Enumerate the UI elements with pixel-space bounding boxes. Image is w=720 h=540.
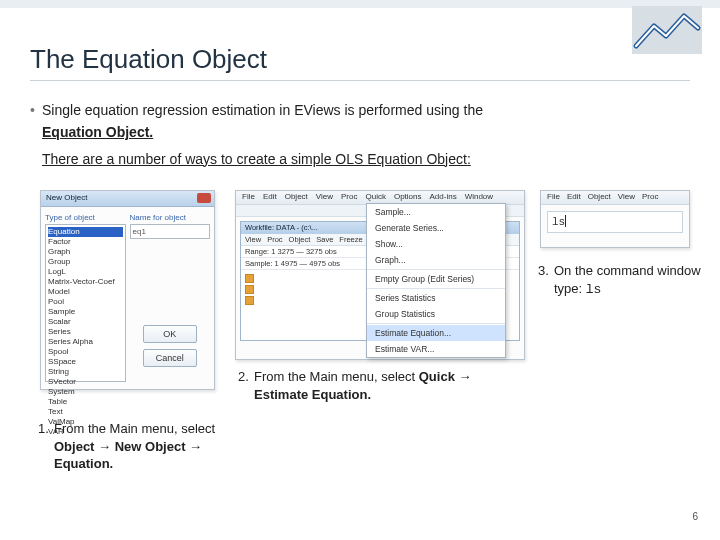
top-color-bar: [0, 0, 720, 8]
quick-menu-item[interactable]: Group Statistics: [367, 306, 505, 322]
series-icon: [245, 296, 254, 305]
series-icon: [245, 274, 254, 283]
menu-item[interactable]: Quick: [365, 192, 385, 203]
quick-dropdown-menu: Sample...Generate Series...Show...Graph.…: [366, 203, 506, 358]
quick-menu-item[interactable]: Series Statistics: [367, 290, 505, 306]
object-type-item[interactable]: Sample: [48, 307, 123, 317]
object-type-list[interactable]: EquationFactorGraphGroupLogLMatrix-Vecto…: [45, 224, 126, 382]
caption-1-number: 1.: [38, 420, 49, 438]
quick-menu-item[interactable]: Estimate VAR...: [367, 341, 505, 357]
name-input[interactable]: eq1: [130, 224, 211, 239]
menu-item[interactable]: Edit: [263, 192, 277, 203]
object-type-item[interactable]: System: [48, 387, 123, 397]
toolbar-item[interactable]: View: [245, 235, 261, 244]
caption-1: 1. From the Main menu, select Object → N…: [54, 420, 224, 473]
toolbar-item[interactable]: Save: [316, 235, 333, 244]
object-type-item[interactable]: Factor: [48, 237, 123, 247]
object-type-item[interactable]: Scalar: [48, 317, 123, 327]
object-type-item[interactable]: Model: [48, 287, 123, 297]
menu-item[interactable]: Edit: [567, 192, 581, 203]
menu-item[interactable]: Proc: [642, 192, 658, 203]
page-number: 6: [692, 511, 698, 522]
name-label: Name for object: [130, 213, 211, 222]
close-icon[interactable]: [197, 193, 211, 203]
object-type-item[interactable]: Matrix-Vector-Coef: [48, 277, 123, 287]
object-type-item[interactable]: SSpace: [48, 357, 123, 367]
type-label: Type of object: [45, 213, 126, 222]
command-text: ls: [552, 216, 565, 228]
object-type-item[interactable]: String: [48, 367, 123, 377]
caption-2-number: 2.: [238, 368, 249, 386]
menu-item[interactable]: File: [242, 192, 255, 203]
menu-separator: [367, 269, 505, 270]
object-type-item[interactable]: Series Alpha: [48, 337, 123, 347]
menu-item[interactable]: Window: [465, 192, 493, 203]
menu-item[interactable]: Object: [285, 192, 308, 203]
equation-object-term: Equation Object.: [42, 122, 153, 142]
object-type-item[interactable]: SVector: [48, 377, 123, 387]
toolbar-item[interactable]: Proc: [267, 235, 282, 244]
quick-menu-item[interactable]: Empty Group (Edit Series): [367, 271, 505, 287]
object-type-item[interactable]: Text: [48, 407, 123, 417]
text-caret: [565, 215, 566, 227]
menu-separator: [367, 288, 505, 289]
quick-menu-item[interactable]: Sample...: [367, 204, 505, 220]
menu-item[interactable]: Object: [588, 192, 611, 203]
object-type-item[interactable]: Pool: [48, 297, 123, 307]
menu-item[interactable]: Add-ins: [430, 192, 457, 203]
object-type-item[interactable]: Graph: [48, 247, 123, 257]
caption-3: 3. On the command window type: ls: [554, 262, 714, 298]
quick-menu-screenshot: FileEditObjectViewProcQuickOptionsAdd-in…: [235, 190, 525, 360]
menu-item[interactable]: Proc: [341, 192, 357, 203]
ok-button[interactable]: OK: [143, 325, 197, 343]
intro-bullet: • Single equation regression estimation …: [42, 100, 680, 169]
caption-2-text: From the Main menu, select: [254, 369, 419, 384]
object-type-item[interactable]: Equation: [48, 227, 123, 237]
object-type-item[interactable]: Group: [48, 257, 123, 267]
menu-separator: [367, 323, 505, 324]
menu-item[interactable]: File: [547, 192, 560, 203]
command-window-screenshot: FileEditObjectViewProc ls: [540, 190, 690, 248]
ways-line: There are a number of ways to create a s…: [42, 149, 471, 169]
object-type-item[interactable]: LogL: [48, 267, 123, 277]
main-menu-bar-small: FileEditObjectViewProc: [541, 191, 689, 205]
menu-item[interactable]: View: [316, 192, 333, 203]
caption-1-path: Object → New Object → Equation.: [54, 439, 202, 472]
toolbar-item[interactable]: Object: [289, 235, 311, 244]
intro-line1: Single equation regression estimation in…: [42, 102, 483, 118]
dialog-titlebar: New Object: [41, 191, 214, 207]
toolbar-item[interactable]: Freeze: [339, 235, 362, 244]
quick-menu-item[interactable]: Show...: [367, 236, 505, 252]
object-type-item[interactable]: Series: [48, 327, 123, 337]
title-rule: [30, 80, 690, 81]
object-type-item[interactable]: Spool: [48, 347, 123, 357]
cancel-button[interactable]: Cancel: [143, 349, 197, 367]
quick-menu-item[interactable]: Graph...: [367, 252, 505, 268]
caption-3-number: 3.: [538, 262, 549, 280]
object-type-item[interactable]: Table: [48, 397, 123, 407]
new-object-dialog: New Object Type of object EquationFactor…: [40, 190, 215, 390]
quick-menu-item[interactable]: Generate Series...: [367, 220, 505, 236]
series-icon: [245, 285, 254, 294]
command-input[interactable]: ls: [547, 211, 683, 233]
menu-item[interactable]: Options: [394, 192, 422, 203]
slide-title: The Equation Object: [30, 44, 267, 75]
svg-rect-0: [632, 6, 702, 54]
caption-3-text: On the command window type:: [554, 263, 701, 296]
menu-item[interactable]: View: [618, 192, 635, 203]
caption-2: 2. From the Main menu, select Quick → Es…: [254, 368, 484, 403]
dialog-title: New Object: [46, 193, 87, 202]
quick-menu-item[interactable]: Estimate Equation...: [367, 325, 505, 341]
caption-1-text: From the Main menu, select: [54, 421, 215, 436]
bullet-dot: •: [30, 100, 35, 120]
eviews-logo: [632, 6, 702, 54]
caption-3-code: ls: [586, 282, 602, 297]
